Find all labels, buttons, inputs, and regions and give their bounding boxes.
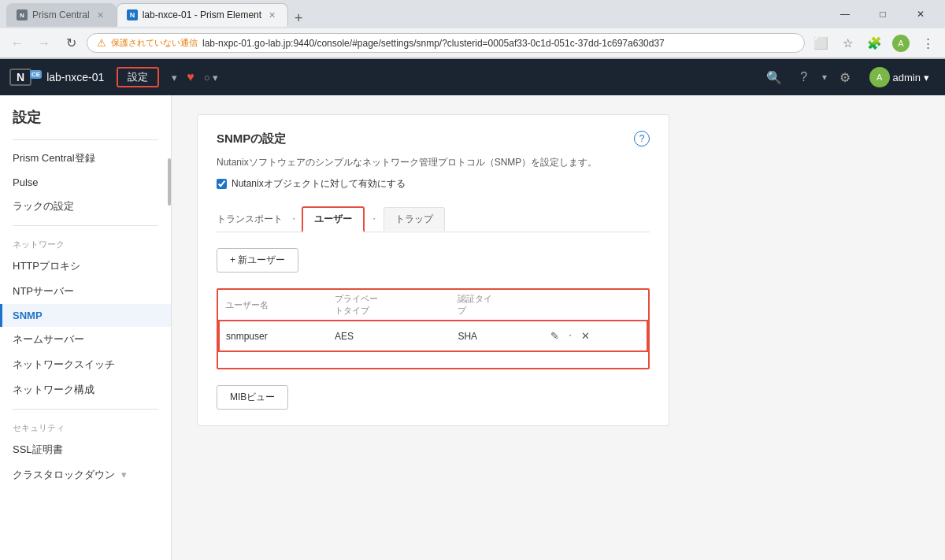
tab2-close[interactable]: ✕ <box>266 9 278 21</box>
sidebar-divider-2 <box>13 409 158 410</box>
brand-logo: N CE lab-nxce-01 <box>9 69 104 86</box>
panel-description: Nutanixソフトウェアのシンプルなネットワーク管理プロトコル（SNMP）を設… <box>217 156 650 169</box>
checkbox-label: Nutanixオブジェクトに対して有効にする <box>232 177 406 191</box>
delete-icon[interactable]: ✕ <box>581 330 590 342</box>
tab1-icon: N <box>17 9 28 20</box>
tasks-button[interactable]: ○ ▾ <box>204 72 218 83</box>
app-header: N CE lab-nxce-01 設定 ▾ ♥ ○ ▾ 🔍 ? ▾ ⚙ A ad… <box>0 59 945 95</box>
panel-header: SNMPの設定 ? <box>217 131 650 146</box>
cluster-name: lab-nxce-01 <box>46 71 104 83</box>
sidebar-title: 設定 <box>0 108 171 139</box>
brand-ce-badge: CE <box>30 70 42 79</box>
sidebar-item-rack[interactable]: ラックの設定 <box>0 194 171 219</box>
tab1-close[interactable]: ✕ <box>94 9 106 21</box>
forward-button[interactable]: → <box>33 32 55 54</box>
cast-button[interactable]: ⬜ <box>810 32 832 54</box>
tasks-dropdown-arrow: ▾ <box>213 72 218 83</box>
user-table-wrapper: ユーザー名 プライベートタイプ 認証タイプ snmpuser <box>217 288 650 369</box>
scroll-indicator <box>168 158 171 206</box>
header-tools: 🔍 ? ▾ ⚙ A admin ▾ <box>762 64 936 91</box>
add-user-button[interactable]: + 新ユーザー <box>217 248 298 273</box>
bookmark-button[interactable]: ☆ <box>836 32 858 54</box>
nav-dropdown1[interactable]: ▾ <box>172 72 177 83</box>
address-bar-row: ← → ↻ ⚠ 保護されていない通信 lab-nxpc-01.go-lab.jp… <box>0 28 945 58</box>
address-text: lab-nxpc-01.go-lab.jp:9440/console/#page… <box>202 38 665 49</box>
profile-button[interactable]: A <box>890 32 912 54</box>
col-actions <box>544 290 647 321</box>
col-authtype: 認証タイプ <box>451 290 543 321</box>
window-controls: — □ ✕ <box>827 2 939 26</box>
admin-label: admin <box>893 72 921 83</box>
tab-trap[interactable]: トラップ <box>384 207 445 231</box>
health-button[interactable]: ♥ <box>187 70 195 84</box>
user-table: ユーザー名 プライベートタイプ 認証タイプ snmpuser <box>218 290 648 352</box>
nav-dropdown1-arrow: ▾ <box>172 72 177 83</box>
snmp-panel: SNMPの設定 ? Nutanixソフトウェアのシンプルなネットワーク管理プロト… <box>197 114 669 426</box>
heart-icon: ♥ <box>187 70 195 84</box>
col-username: ユーザー名 <box>219 290 328 321</box>
address-bar[interactable]: ⚠ 保護されていない通信 lab-nxpc-01.go-lab.jp:9440/… <box>87 33 805 53</box>
help-icon[interactable]: ? <box>634 131 650 146</box>
table-header: ユーザー名 プライベートタイプ 認証タイプ <box>219 290 647 321</box>
title-bar: N Prism Central ✕ N lab-nxce-01 - Prism … <box>0 0 945 28</box>
cell-privtype: AES <box>328 321 452 351</box>
sidebar-divider-1 <box>13 225 158 226</box>
svg-text:N: N <box>20 12 24 19</box>
sidebar: 設定 Prism Central登録 Pulse ラックの設定 ネットワーク H… <box>0 95 172 560</box>
tab-user[interactable]: ユーザー <box>302 206 365 232</box>
circle-icon: ○ <box>204 72 210 83</box>
help-button[interactable]: ? <box>792 65 816 89</box>
checkbox-row: Nutanixオブジェクトに対して有効にする <box>217 177 650 191</box>
sidebar-section-security: セキュリティ <box>0 416 171 437</box>
back-button[interactable]: ← <box>6 32 28 54</box>
tab1-label: Prism Central <box>32 9 90 20</box>
sidebar-item-lockdown[interactable]: クラスタロックダウン ▾ <box>0 462 171 488</box>
nav-separator-left: ・ <box>289 213 298 226</box>
admin-menu-button[interactable]: A admin ▾ <box>863 64 936 91</box>
maximize-button[interactable]: □ <box>865 2 901 26</box>
sidebar-item-pulse[interactable]: Pulse <box>0 171 171 194</box>
brand-logo-n: N <box>17 71 24 83</box>
content-area: SNMPの設定 ? Nutanixソフトウェアのシンプルなネットワーク管理プロト… <box>172 95 945 560</box>
transport-label: トランスポート <box>217 213 283 226</box>
gear-icon-button[interactable]: ⚙ <box>833 65 857 89</box>
action-dot: ・ <box>565 329 575 343</box>
main-layout: 設定 Prism Central登録 Pulse ラックの設定 ネットワーク H… <box>0 95 945 560</box>
cell-username: snmpuser <box>219 321 328 351</box>
table-row: snmpuser AES SHA ✎ ・ ✕ <box>219 321 647 351</box>
edit-icon[interactable]: ✎ <box>550 330 559 342</box>
close-button[interactable]: ✕ <box>902 2 939 26</box>
tab-prism-central[interactable]: N Prism Central ✕ <box>6 3 117 27</box>
avatar: A <box>869 67 890 87</box>
col-privtype: プライベートタイプ <box>328 290 452 321</box>
sidebar-item-ntp[interactable]: NTPサーバー <box>0 279 171 304</box>
extensions-button[interactable]: 🧩 <box>863 32 885 54</box>
sidebar-section-network: ネットワーク <box>0 232 171 254</box>
panel-title: SNMPの設定 <box>217 132 286 146</box>
sidebar-item-ssl[interactable]: SSL証明書 <box>0 437 171 462</box>
new-tab-button[interactable]: + <box>288 10 309 27</box>
sidebar-item-network-config[interactable]: ネットワーク構成 <box>0 377 171 402</box>
tabs-container: N Prism Central ✕ N lab-nxce-01 - Prism … <box>6 2 309 27</box>
enable-checkbox[interactable] <box>217 179 227 189</box>
header-nav: ▾ ♥ ○ ▾ <box>172 70 217 84</box>
settings-nav-button[interactable]: 設定 <box>117 67 159 87</box>
more-button[interactable]: ⋮ <box>917 32 939 54</box>
transport-nav: トランスポート ・ ユーザー ・ トラップ <box>217 206 650 232</box>
tab-separator: ・ <box>365 207 384 231</box>
sidebar-item-http-proxy[interactable]: HTTPプロキシ <box>0 254 171 279</box>
refresh-button[interactable]: ↻ <box>60 32 82 54</box>
cell-authtype: SHA <box>451 321 543 351</box>
search-button[interactable]: 🔍 <box>762 65 786 89</box>
tab2-icon: N <box>127 9 138 20</box>
sidebar-item-prism-central[interactable]: Prism Central登録 <box>0 146 171 171</box>
minimize-button[interactable]: — <box>827 2 863 26</box>
brand-logo-box: N <box>9 69 32 86</box>
browser-chrome: N Prism Central ✕ N lab-nxce-01 - Prism … <box>0 0 945 59</box>
sidebar-item-snmp[interactable]: SNMP <box>0 304 171 327</box>
security-warning-text: 保護されていない通信 <box>111 37 198 49</box>
mib-view-button[interactable]: MIBビュー <box>217 385 288 410</box>
sidebar-item-network-switch[interactable]: ネットワークスイッチ <box>0 352 171 377</box>
tab-prism-element[interactable]: N lab-nxce-01 - Prism Element ✕ <box>117 3 288 27</box>
sidebar-item-name-server[interactable]: ネームサーバー <box>0 327 171 352</box>
